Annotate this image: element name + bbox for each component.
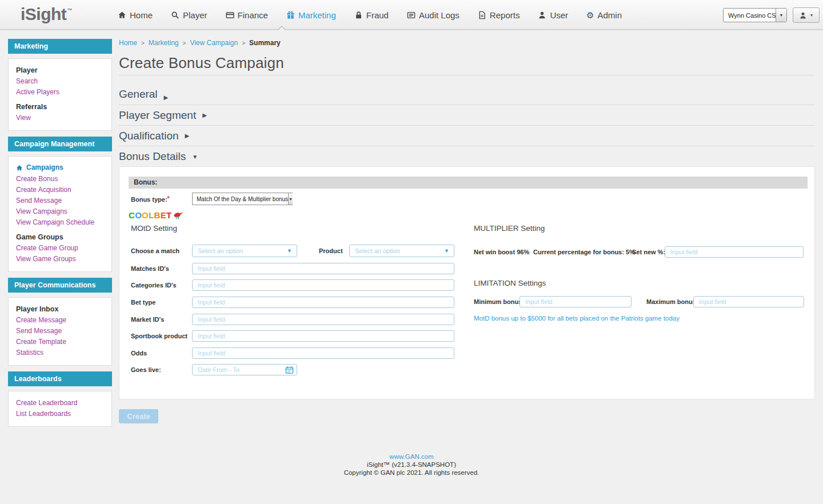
create-button[interactable]: Create [119, 409, 158, 423]
logo-letter: T [166, 210, 171, 220]
matches-ids-label: Matches ID's [131, 265, 169, 272]
sidebar-link-list-leaderboards[interactable]: List Leaderboards [16, 409, 104, 419]
current-percentage-text: Current percentage for bonus: 5% [533, 249, 635, 255]
nav-finance[interactable]: Finance [226, 10, 268, 20]
nav-admin[interactable]: ⚙ Admin [586, 10, 622, 20]
sidebar-link-create-acquisition[interactable]: Create Acquisition [16, 185, 104, 195]
minimum-bonus-input[interactable] [520, 296, 632, 307]
nav-user[interactable]: User [538, 10, 568, 20]
accordion-general[interactable]: General ▶ [119, 75, 815, 105]
goes-live-date-input[interactable] [192, 364, 297, 375]
sidebar-panel-leaderboards: Create Leaderboard List Leaderboards [8, 391, 112, 427]
nav-fraud[interactable]: Fraud [354, 10, 389, 20]
accordion-bonus-details-label: Bonus Details [119, 150, 186, 163]
nav-audit-logs[interactable]: Audit Logs [407, 10, 460, 20]
categories-ids-input[interactable] [192, 279, 454, 291]
calendar-icon[interactable] [285, 366, 294, 374]
sportbook-product-label: Sportbook product [131, 333, 187, 339]
user-menu-button[interactable]: ▼ [793, 7, 820, 23]
nav-reports[interactable]: Reports [478, 10, 520, 20]
logo-letter: B [154, 210, 161, 220]
nav-player[interactable]: Player [171, 10, 207, 20]
main-nav: Home Player Finance Marketing Fraud Audi… [118, 0, 622, 30]
sidebar-header-campaign-management: Campaign Management [8, 137, 112, 151]
breadcrumb-current: Summary [249, 39, 281, 47]
odds-input[interactable] [192, 347, 454, 359]
footer-gan-link[interactable]: www.GAN.com [389, 453, 433, 460]
casino-select[interactable]: Wynn Casino CSG ▼ [723, 8, 787, 22]
home-icon [118, 11, 126, 19]
choose-match-select-value: Select an option [193, 247, 287, 254]
page-title: Create Bonus Campaign [119, 54, 815, 72]
casino-select-arrow-icon: ▼ [776, 9, 786, 22]
anteater-icon [173, 211, 184, 219]
sidebar-link-view-game-groups[interactable]: View Game Groups [16, 254, 104, 265]
sidebar-link-campaigns-label: Campaigns [26, 163, 63, 172]
sportbook-product-input[interactable] [192, 330, 454, 342]
logo-trademark: ™ [67, 7, 72, 13]
market-ids-label: Market ID's [131, 316, 164, 323]
chevron-down-icon: ▼ [192, 154, 198, 160]
sidebar-panel-player-communications: Player Inbox Create Message Send Message… [8, 297, 112, 366]
accordion-qualification[interactable]: Qualification ▶ [119, 126, 815, 146]
coolbet-logo: COOLBET [129, 210, 184, 220]
accordion-list: General ▶ Player Segment ▶ Qualification… [119, 75, 815, 167]
chevron-down-icon: ▼ [444, 248, 454, 254]
sidebar-link-send-message[interactable]: Send Message [16, 195, 104, 206]
home-icon [16, 165, 23, 171]
sidebar-link-view[interactable]: View [16, 113, 104, 123]
sidebar-header-leaderboards: Leaderboards [8, 371, 112, 386]
bet-type-label: Bet type [131, 299, 155, 306]
gear-icon: ⚙ [586, 11, 594, 19]
list-icon [407, 11, 416, 19]
sidebar-header-player-communications: Player Communications [8, 278, 112, 293]
product-select-value: Select an option [350, 247, 444, 254]
nav-admin-label: Admin [598, 10, 622, 20]
sidebar-link-create-bonus[interactable]: Create Bonus [16, 174, 104, 185]
breadcrumb-view-campaign[interactable]: View Campaign [190, 39, 238, 47]
bet-type-input[interactable] [192, 297, 454, 308]
chevron-right-icon: ▶ [185, 133, 190, 139]
footer-copyright: Copyright © GAN plc 2021. All rights res… [0, 469, 823, 477]
sidebar-link-search[interactable]: Search [16, 76, 104, 87]
page-footer: www.GAN.com iSight™ (v21.3.4-SNAPSHOT) C… [0, 453, 823, 476]
breadcrumb-marketing[interactable]: Marketing [149, 39, 179, 47]
nav-marketing[interactable]: Marketing [286, 10, 336, 20]
sidebar-link-campaigns[interactable]: Campaigns [16, 163, 104, 174]
market-ids-input[interactable] [192, 314, 454, 325]
set-new-percent-input[interactable] [665, 246, 804, 258]
bonus-type-select[interactable]: Match Of the Day & Multiplier bonus ▼ [192, 193, 293, 205]
sidebar-link-statistics[interactable]: Statistics [16, 347, 104, 358]
sidebar-link-view-campaign-schedule[interactable]: View Campaign Schedule [16, 217, 104, 228]
sidebar-link-view-campaigns[interactable]: View Campaigns [16, 206, 104, 217]
goes-live-label: Goes live: [131, 366, 161, 373]
sidebar-link-create-message[interactable]: Create Message [16, 315, 104, 326]
limitation-heading: LIMITATION Settings [474, 279, 546, 287]
accordion-bonus-details[interactable]: Bonus Details ▼ [119, 146, 815, 167]
sidebar-link-create-game-group[interactable]: Create Game Group [16, 243, 104, 254]
motd-heading: MOtD Setting [131, 224, 177, 233]
sidebar-link-create-leaderboard[interactable]: Create Leaderboard [16, 398, 104, 409]
bonus-section-bar: Bonus: [129, 177, 808, 189]
sidebar-link-active-players[interactable]: Active Players [16, 87, 104, 98]
choose-match-select[interactable]: Select an option ▼ [192, 245, 297, 257]
sidebar-group-game-groups: Game Groups [16, 233, 104, 241]
minimum-bonus-label: Minimum bonus: [474, 298, 524, 305]
accordion-general-label: General [119, 88, 158, 101]
sidebar-link-send-message-2[interactable]: Send Message [16, 326, 104, 337]
sidebar-group-player: Player [16, 66, 104, 74]
maximum-bonus-label: Maximum bonus: [646, 298, 698, 305]
maximum-bonus-input[interactable] [693, 296, 804, 307]
product-select[interactable]: Select an option ▼ [349, 245, 454, 257]
required-asterisk: * [167, 195, 170, 202]
nav-audit-logs-label: Audit Logs [419, 10, 460, 20]
breadcrumb-home[interactable]: Home [119, 39, 137, 47]
breadcrumb-separator: > [141, 40, 145, 46]
accordion-qualification-label: Qualification [119, 130, 179, 142]
matches-ids-input[interactable] [192, 263, 454, 274]
nav-home[interactable]: Home [118, 10, 153, 20]
bonus-type-label-text: Bonus type: [131, 196, 167, 203]
accordion-player-segment[interactable]: Player Segment ▶ [119, 105, 815, 126]
sidebar-link-create-template[interactable]: Create Template [16, 337, 104, 347]
sidebar-group-player-inbox: Player Inbox [16, 305, 104, 313]
